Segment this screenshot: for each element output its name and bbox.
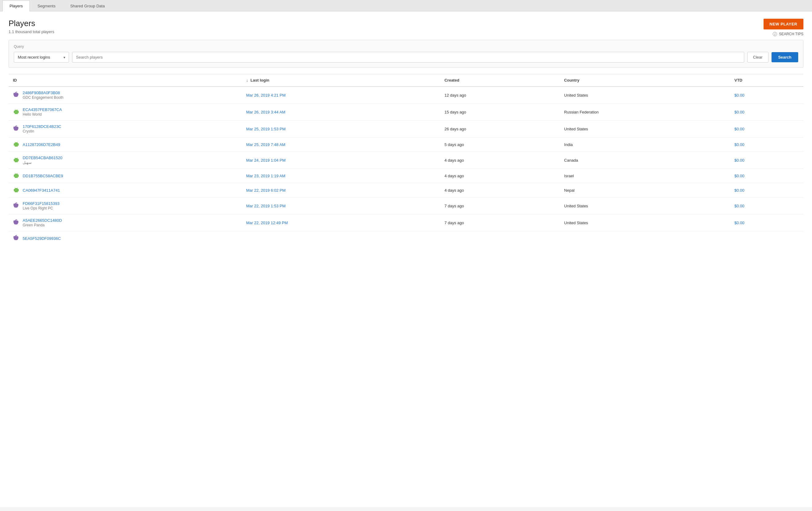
tab-segments[interactable]: Segments xyxy=(30,0,63,11)
last-login-link[interactable]: Mar 22, 2019 1:53 PM xyxy=(246,204,286,208)
vtd-cell: $0.00 xyxy=(730,120,804,137)
vtd-value: $0.00 xyxy=(734,158,745,163)
country-cell: Nepal xyxy=(560,183,730,198)
player-id-info: 170F6128DCE4B23C Crystin xyxy=(23,124,61,134)
vtd-value: $0.00 xyxy=(734,93,745,97)
vtd-value: $0.00 xyxy=(734,221,745,225)
vtd-cell: $0.00 xyxy=(730,198,804,215)
sort-down-icon: ↓ xyxy=(246,78,249,83)
vtd-value: $0.00 xyxy=(734,204,745,208)
player-id-link[interactable]: A5AEE2665DC1480D xyxy=(23,218,62,223)
last-login-link[interactable]: Mar 26, 2019 3:44 AM xyxy=(246,110,286,114)
android-icon xyxy=(13,187,20,194)
last-login-cell xyxy=(242,231,440,246)
created-cell: 26 days ago xyxy=(440,120,560,137)
country-cell: Israel xyxy=(560,169,730,183)
android-icon xyxy=(13,141,20,148)
sort-select-wrap: Most recent logins Most recent created P… xyxy=(14,52,69,63)
vtd-cell: $0.00 xyxy=(730,86,804,104)
table-row: 5EA5F529DF09936C xyxy=(8,231,804,246)
vtd-value: $0.00 xyxy=(734,110,745,114)
last-login-link[interactable]: Mar 24, 2019 1:04 PM xyxy=(246,158,286,163)
created-cell: 12 days ago xyxy=(440,86,560,104)
created-cell: 4 days ago xyxy=(440,183,560,198)
player-id-cell: CA06947F3411A741 xyxy=(8,183,242,198)
player-id-link[interactable]: A11287206D7E2B49 xyxy=(23,142,60,147)
country-cell: United States xyxy=(560,86,730,104)
last-login-link[interactable]: Mar 22, 2019 6:02 PM xyxy=(246,188,286,193)
last-login-link[interactable]: Mar 25, 2019 1:53 PM xyxy=(246,127,286,131)
sort-select[interactable]: Most recent logins Most recent created P… xyxy=(14,52,69,63)
vtd-cell: $0.00 xyxy=(730,152,804,169)
col-header-country: Country xyxy=(560,74,730,87)
player-display-name: Crystin xyxy=(23,129,34,134)
last-login-link[interactable]: Mar 26, 2019 4:21 PM xyxy=(246,93,286,97)
query-label: Query xyxy=(14,45,798,49)
player-display-name: Hello World xyxy=(23,112,42,117)
android-icon xyxy=(13,109,20,115)
clear-button[interactable]: Clear xyxy=(747,52,768,63)
search-tips-link[interactable]: i SEARCH TIPS xyxy=(773,32,804,36)
search-input[interactable] xyxy=(72,52,744,63)
tab-players[interactable]: Players xyxy=(2,0,30,11)
vtd-value: $0.00 xyxy=(734,188,745,193)
player-id-link[interactable]: 2486F90B8A0F3B08 xyxy=(23,90,63,95)
table-header-row: ID ↓ Last login Created Country VTD xyxy=(8,74,804,87)
player-id-link[interactable]: 170F6128DCE4B23C xyxy=(23,124,61,129)
created-cell: 4 days ago xyxy=(440,169,560,183)
player-count: 1.1 thousand total players xyxy=(8,29,54,34)
table-row: ECA4357FEB7067CA Hello World Mar 26, 201… xyxy=(8,104,804,120)
player-id-cell: 170F6128DCE4B23C Crystin xyxy=(8,120,242,137)
vtd-value: $0.00 xyxy=(734,127,745,131)
page-title: Players xyxy=(8,19,54,28)
vtd-cell: $0.00 xyxy=(730,137,804,152)
last-login-link[interactable]: Mar 25, 2019 7:48 AM xyxy=(246,142,286,147)
col-header-id: ID xyxy=(8,74,242,87)
last-login-cell: Mar 23, 2019 1:19 AM xyxy=(242,169,440,183)
search-button[interactable]: Search xyxy=(772,52,798,62)
col-header-last-login[interactable]: ↓ Last login xyxy=(242,74,440,87)
table-row: FD66F31F15815393 Live Ops Right PC Mar 2… xyxy=(8,198,804,215)
player-id-cell: ECA4357FEB7067CA Hello World xyxy=(8,104,242,120)
player-id-link[interactable]: ECA4357FEB7067CA xyxy=(23,107,62,112)
table-row: A11287206D7E2B49 Mar 25, 2019 7:48 AM 5 … xyxy=(8,137,804,152)
player-id-info: A11287206D7E2B49 xyxy=(23,142,60,147)
last-login-link[interactable]: Mar 23, 2019 1:19 AM xyxy=(246,174,286,178)
col-header-vtd: VTD xyxy=(730,74,804,87)
players-table: ID ↓ Last login Created Country VTD 2486… xyxy=(8,74,804,245)
info-circle-icon: i xyxy=(773,32,777,36)
player-id-info: DD1B755BC58ACBE9 xyxy=(23,174,63,178)
created-cell: 15 days ago xyxy=(440,104,560,120)
ios-icon xyxy=(13,92,20,98)
tab-shared-group-data[interactable]: Shared Group Data xyxy=(63,0,112,11)
player-id-link[interactable]: FD66F31F15815393 xyxy=(23,201,59,206)
player-display-name: سهيل xyxy=(23,161,32,165)
ios-icon xyxy=(13,219,20,226)
player-id-cell: DD1B755BC58ACBE9 xyxy=(8,169,242,183)
player-id-info: DD7EB54CBAB61520 سهيل xyxy=(23,155,62,165)
new-player-button[interactable]: NEW PLAYER xyxy=(763,19,804,29)
ios-icon xyxy=(13,202,20,209)
created-cell: 7 days ago xyxy=(440,198,560,215)
table-row: DD7EB54CBAB61520 سهيل Mar 24, 2019 1:04 … xyxy=(8,152,804,169)
created-cell xyxy=(440,231,560,246)
player-id-link[interactable]: CA06947F3411A741 xyxy=(23,188,60,193)
table-row: A5AEE2665DC1480D Green Panda Mar 22, 201… xyxy=(8,215,804,231)
last-login-cell: Mar 24, 2019 1:04 PM xyxy=(242,152,440,169)
table-row: 2486F90B8A0F3B08 GDC Engagement Booth Ma… xyxy=(8,86,804,104)
player-id-info: A5AEE2665DC1480D Green Panda xyxy=(23,218,62,227)
vtd-cell: $0.00 xyxy=(730,169,804,183)
player-id-link[interactable]: DD7EB54CBAB61520 xyxy=(23,155,62,160)
player-display-name: GDC Engagement Booth xyxy=(23,95,63,100)
last-login-link[interactable]: Mar 22, 2019 12:49 PM xyxy=(246,221,288,225)
country-cell: United States xyxy=(560,198,730,215)
country-cell: Russian Federation xyxy=(560,104,730,120)
created-cell: 7 days ago xyxy=(440,215,560,231)
player-id-info: FD66F31F15815393 Live Ops Right PC xyxy=(23,201,59,210)
player-id-link[interactable]: 5EA5F529DF09936C xyxy=(23,236,61,241)
country-cell: United States xyxy=(560,215,730,231)
country-cell: United States xyxy=(560,120,730,137)
header-actions: NEW PLAYER i SEARCH TIPS xyxy=(763,19,804,36)
player-id-link[interactable]: DD1B755BC58ACBE9 xyxy=(23,174,63,178)
last-login-cell: Mar 26, 2019 4:21 PM xyxy=(242,86,440,104)
